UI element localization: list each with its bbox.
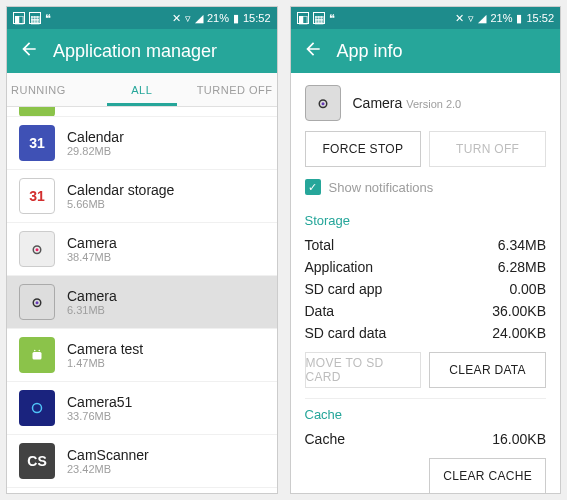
list-item[interactable]: Camera38.47MB [7,223,277,276]
force-stop-button[interactable]: FORCE STOP [305,131,422,167]
app-header: Camera Version 2.0 [305,81,547,131]
wifi-icon: ▿ [468,12,474,25]
android-icon [19,337,55,373]
list-item[interactable]: 31 Calendar29.82MB [7,117,277,170]
screen-application-manager: ◧ ▦ ❝ ✕ ▿ ◢ 21% ▮ 15:52 Application mana… [6,6,278,494]
show-notifications-label: Show notifications [329,180,434,195]
tab-running[interactable]: RUNNING [7,73,98,106]
calendar-icon: 31 [19,125,55,161]
battery-icon: ▮ [233,12,239,25]
svg-point-9 [321,102,324,105]
notification-icon: ❝ [329,12,341,24]
app-size: 6.31MB [67,304,117,316]
app-size: 23.42MB [67,463,149,475]
app-size: 5.66MB [67,198,174,210]
checkbox-checked-icon[interactable]: ✓ [305,179,321,195]
clear-cache-button[interactable]: CLEAR CACHE [429,458,546,493]
application-label: Application [305,259,374,275]
clock: 15:52 [243,12,271,24]
svg-rect-4 [33,352,42,360]
back-icon[interactable] [19,39,39,64]
vibrate-icon: ✕ [172,12,181,25]
app-name: Camera [67,288,117,304]
app-list[interactable]: 31 Calendar29.82MB 31 Calendar storage5.… [7,107,277,493]
data-label: Data [305,303,335,319]
sdapp-value: 0.00B [509,281,546,297]
app-size: 38.47MB [67,251,117,263]
list-item[interactable]: Camera6.31MB [7,276,277,329]
cache-value: 16.00KB [492,431,546,447]
list-item[interactable] [7,107,277,117]
storage-section-title: Storage [305,205,547,234]
list-item[interactable]: Camera test1.47MB [7,329,277,382]
calendar-storage-icon: 31 [19,178,55,214]
app-size: 33.76MB [67,410,132,422]
list-item[interactable]: Camera5133.76MB [7,382,277,435]
list-item[interactable]: 31 Calendar storage5.66MB [7,170,277,223]
svg-point-3 [36,301,39,304]
app-bar: Application manager [7,29,277,73]
app-name: Camera [353,95,403,111]
sdapp-label: SD card app [305,281,383,297]
app-name: Camera test [67,341,143,357]
page-title: Application manager [53,41,217,62]
battery-pct: 21% [490,12,512,24]
app-name: Calendar storage [67,182,174,198]
move-to-sd-button[interactable]: MOVE TO SD CARD [305,352,422,388]
camera-icon [305,85,341,121]
signal-icon: ◢ [478,12,486,25]
tab-all[interactable]: ALL [98,73,185,106]
camera-icon [19,231,55,267]
list-item[interactable]: Candy Crush Saga [7,488,277,493]
camera-status-icon: ◧ [297,12,309,24]
app-status-icon: ▦ [313,12,325,24]
battery-icon: ▮ [516,12,522,25]
vibrate-icon: ✕ [455,12,464,25]
svg-point-5 [34,350,36,352]
status-bar: ◧ ▦ ❝ ✕ ▿ ◢ 21% ▮ 15:52 [7,7,277,29]
application-value: 6.28MB [498,259,546,275]
app-version: Version 2.0 [406,98,461,110]
page-title: App info [337,41,403,62]
app-icon [19,107,55,117]
camera51-icon [19,390,55,426]
app-name: CamScanner [67,447,149,463]
sddata-label: SD card data [305,325,387,341]
tab-turned-off[interactable]: TURNED OFF [185,73,276,106]
clear-data-button[interactable]: CLEAR DATA [429,352,546,388]
signal-icon: ◢ [195,12,203,25]
data-value: 36.00KB [492,303,546,319]
wifi-icon: ▿ [185,12,191,25]
app-info-body: Camera Version 2.0 FORCE STOP TURN OFF ✓… [291,73,561,493]
app-name: Calendar [67,129,124,145]
back-icon[interactable] [303,39,323,64]
camscanner-icon: CS [19,443,55,479]
tabs: RUNNING ALL TURNED OFF [7,73,277,107]
svg-point-7 [33,404,42,413]
total-label: Total [305,237,335,253]
total-value: 6.34MB [498,237,546,253]
svg-point-1 [36,248,39,251]
notification-icon: ❝ [45,12,57,24]
app-size: 29.82MB [67,145,124,157]
svg-point-6 [39,350,41,352]
clock: 15:52 [526,12,554,24]
cache-section-title: Cache [305,398,547,428]
show-notifications-row[interactable]: ✓ Show notifications [305,177,547,205]
camera-status-icon: ◧ [13,12,25,24]
turn-off-button[interactable]: TURN OFF [429,131,546,167]
status-bar: ◧ ▦ ❝ ✕ ▿ ◢ 21% ▮ 15:52 [291,7,561,29]
app-name: Camera51 [67,394,132,410]
cache-label: Cache [305,431,345,447]
screen-app-info: ◧ ▦ ❝ ✕ ▿ ◢ 21% ▮ 15:52 App info Camera … [290,6,562,494]
app-status-icon: ▦ [29,12,41,24]
sddata-value: 24.00KB [492,325,546,341]
battery-pct: 21% [207,12,229,24]
app-bar: App info [291,29,561,73]
app-name: Camera [67,235,117,251]
list-item[interactable]: CS CamScanner23.42MB [7,435,277,488]
app-size: 1.47MB [67,357,143,369]
camera-icon [19,284,55,320]
